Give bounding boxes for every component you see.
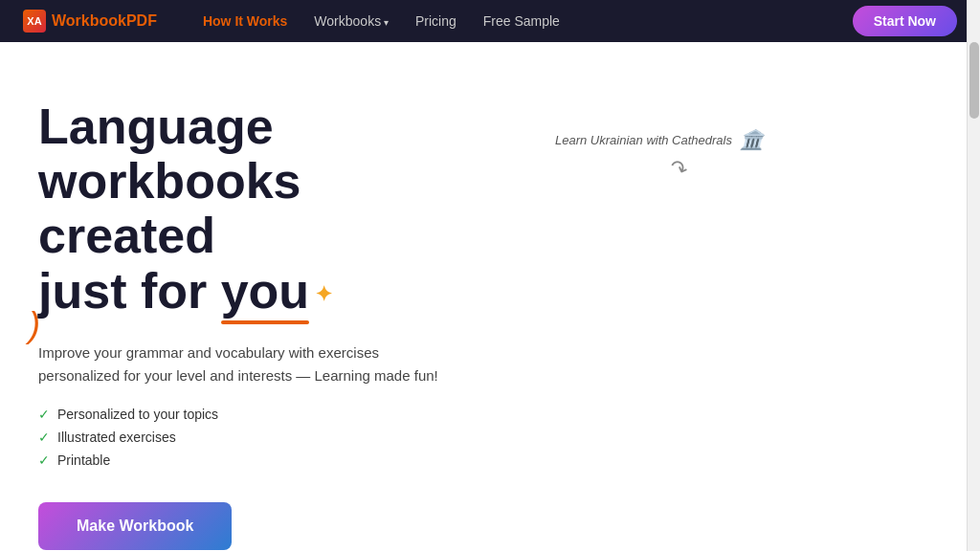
sparkle-icon: ✦ [315,283,332,306]
nav-how-it-works[interactable]: How It Works [203,13,287,29]
feature-list: ✓ Personalized to your topics ✓ Illustra… [38,407,479,468]
logo-text: WorkbookPDF [52,12,157,30]
feature-item-1: ✓ Personalized to your topics [38,407,479,422]
hero-title: Language workbooks created just for you✦ [38,99,479,319]
nav-links: How It Works Workbooks Pricing Free Samp… [203,13,822,29]
logo[interactable]: XA WorkbookPDF [23,10,157,33]
main-content: ) Language workbooks created just for yo… [0,42,980,551]
check-icon-3: ✓ [38,452,50,468]
check-icon-1: ✓ [38,407,50,422]
logo-icon: XA [23,10,46,33]
navbar: XA WorkbookPDF How It Works Workbooks Pr… [0,0,980,42]
feature-item-2: ✓ Illustrated exercises [38,430,479,445]
floating-label: Learn Ukrainian with Cathedrals 🏛️ [555,128,764,151]
curved-arrow-icon: ↷ [666,155,691,185]
building-icon: 🏛️ [740,128,764,151]
nav-free-sample[interactable]: Free Sample [483,13,560,29]
nav-pricing[interactable]: Pricing [415,13,457,29]
feature-item-3: ✓ Printable [38,452,479,468]
check-icon-2: ✓ [38,430,50,445]
hero-right: Learn Ukrainian with Cathedrals 🏛️ ↷ [498,99,942,551]
start-now-button[interactable]: Start Now [853,6,957,36]
decorative-bracket: ) [29,305,40,345]
make-workbook-button[interactable]: Make Workbook [38,502,232,550]
hero-left: ) Language workbooks created just for yo… [38,99,498,551]
hero-subtitle: Improve your grammar and vocabulary with… [38,342,459,387]
nav-workbooks[interactable]: Workbooks [314,13,389,29]
